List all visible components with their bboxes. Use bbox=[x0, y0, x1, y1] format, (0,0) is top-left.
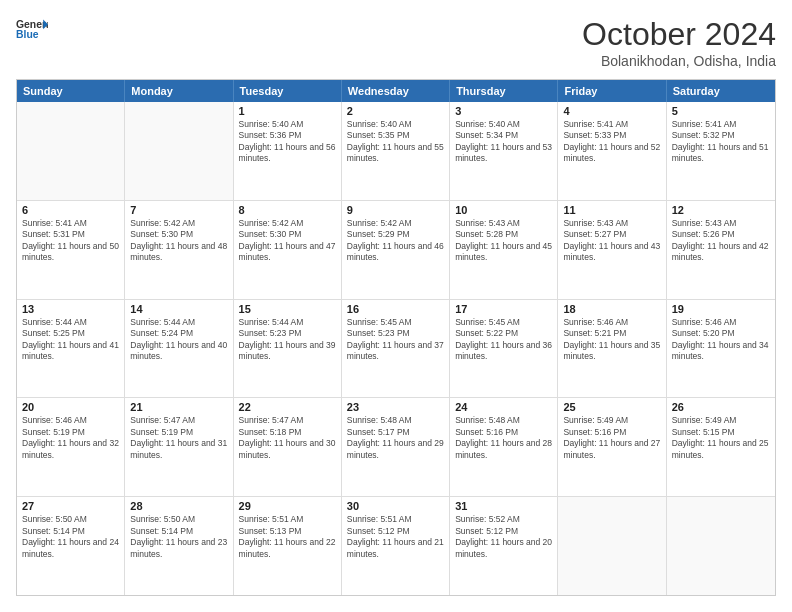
sunset-text: Sunset: 5:16 PM bbox=[563, 427, 660, 438]
daylight-text: Daylight: 11 hours and 50 minutes. bbox=[22, 241, 119, 264]
header-day-saturday: Saturday bbox=[667, 80, 775, 102]
day-number: 4 bbox=[563, 105, 660, 117]
daylight-text: Daylight: 11 hours and 37 minutes. bbox=[347, 340, 444, 363]
sunrise-text: Sunrise: 5:42 AM bbox=[239, 218, 336, 229]
daylight-text: Daylight: 11 hours and 27 minutes. bbox=[563, 438, 660, 461]
daylight-text: Daylight: 11 hours and 40 minutes. bbox=[130, 340, 227, 363]
calendar-cell: 2Sunrise: 5:40 AMSunset: 5:35 PMDaylight… bbox=[342, 102, 450, 200]
day-number: 22 bbox=[239, 401, 336, 413]
daylight-text: Daylight: 11 hours and 34 minutes. bbox=[672, 340, 770, 363]
sunrise-text: Sunrise: 5:51 AM bbox=[239, 514, 336, 525]
sunset-text: Sunset: 5:28 PM bbox=[455, 229, 552, 240]
calendar-cell: 30Sunrise: 5:51 AMSunset: 5:12 PMDayligh… bbox=[342, 497, 450, 595]
sunset-text: Sunset: 5:33 PM bbox=[563, 130, 660, 141]
day-number: 3 bbox=[455, 105, 552, 117]
calendar-cell: 7Sunrise: 5:42 AMSunset: 5:30 PMDaylight… bbox=[125, 201, 233, 299]
day-number: 6 bbox=[22, 204, 119, 216]
calendar-cell: 27Sunrise: 5:50 AMSunset: 5:14 PMDayligh… bbox=[17, 497, 125, 595]
daylight-text: Daylight: 11 hours and 48 minutes. bbox=[130, 241, 227, 264]
sunrise-text: Sunrise: 5:51 AM bbox=[347, 514, 444, 525]
header-day-tuesday: Tuesday bbox=[234, 80, 342, 102]
calendar-cell: 26Sunrise: 5:49 AMSunset: 5:15 PMDayligh… bbox=[667, 398, 775, 496]
sunrise-text: Sunrise: 5:43 AM bbox=[672, 218, 770, 229]
day-number: 27 bbox=[22, 500, 119, 512]
title-section: October 2024 Bolanikhodan, Odisha, India bbox=[582, 16, 776, 69]
calendar-cell: 23Sunrise: 5:48 AMSunset: 5:17 PMDayligh… bbox=[342, 398, 450, 496]
daylight-text: Daylight: 11 hours and 42 minutes. bbox=[672, 241, 770, 264]
calendar-cell: 8Sunrise: 5:42 AMSunset: 5:30 PMDaylight… bbox=[234, 201, 342, 299]
calendar-cell: 29Sunrise: 5:51 AMSunset: 5:13 PMDayligh… bbox=[234, 497, 342, 595]
calendar-cell: 9Sunrise: 5:42 AMSunset: 5:29 PMDaylight… bbox=[342, 201, 450, 299]
sunset-text: Sunset: 5:22 PM bbox=[455, 328, 552, 339]
sunset-text: Sunset: 5:13 PM bbox=[239, 526, 336, 537]
daylight-text: Daylight: 11 hours and 46 minutes. bbox=[347, 241, 444, 264]
sunset-text: Sunset: 5:32 PM bbox=[672, 130, 770, 141]
sunset-text: Sunset: 5:34 PM bbox=[455, 130, 552, 141]
daylight-text: Daylight: 11 hours and 51 minutes. bbox=[672, 142, 770, 165]
sunrise-text: Sunrise: 5:48 AM bbox=[455, 415, 552, 426]
calendar-cell: 25Sunrise: 5:49 AMSunset: 5:16 PMDayligh… bbox=[558, 398, 666, 496]
calendar-row-5: 27Sunrise: 5:50 AMSunset: 5:14 PMDayligh… bbox=[17, 497, 775, 595]
calendar-cell: 21Sunrise: 5:47 AMSunset: 5:19 PMDayligh… bbox=[125, 398, 233, 496]
sunrise-text: Sunrise: 5:46 AM bbox=[672, 317, 770, 328]
sunrise-text: Sunrise: 5:45 AM bbox=[455, 317, 552, 328]
calendar-cell: 20Sunrise: 5:46 AMSunset: 5:19 PMDayligh… bbox=[17, 398, 125, 496]
day-number: 12 bbox=[672, 204, 770, 216]
sunrise-text: Sunrise: 5:44 AM bbox=[130, 317, 227, 328]
calendar-cell bbox=[558, 497, 666, 595]
daylight-text: Daylight: 11 hours and 36 minutes. bbox=[455, 340, 552, 363]
header-day-thursday: Thursday bbox=[450, 80, 558, 102]
sunset-text: Sunset: 5:19 PM bbox=[22, 427, 119, 438]
calendar-cell: 1Sunrise: 5:40 AMSunset: 5:36 PMDaylight… bbox=[234, 102, 342, 200]
calendar-cell bbox=[667, 497, 775, 595]
sunrise-text: Sunrise: 5:48 AM bbox=[347, 415, 444, 426]
day-number: 2 bbox=[347, 105, 444, 117]
calendar-cell: 16Sunrise: 5:45 AMSunset: 5:23 PMDayligh… bbox=[342, 300, 450, 398]
sunrise-text: Sunrise: 5:45 AM bbox=[347, 317, 444, 328]
sunset-text: Sunset: 5:16 PM bbox=[455, 427, 552, 438]
sunrise-text: Sunrise: 5:42 AM bbox=[130, 218, 227, 229]
calendar: SundayMondayTuesdayWednesdayThursdayFrid… bbox=[16, 79, 776, 596]
daylight-text: Daylight: 11 hours and 41 minutes. bbox=[22, 340, 119, 363]
logo: General Blue bbox=[16, 16, 48, 44]
day-number: 28 bbox=[130, 500, 227, 512]
daylight-text: Daylight: 11 hours and 29 minutes. bbox=[347, 438, 444, 461]
sunrise-text: Sunrise: 5:40 AM bbox=[239, 119, 336, 130]
calendar-cell: 22Sunrise: 5:47 AMSunset: 5:18 PMDayligh… bbox=[234, 398, 342, 496]
sunrise-text: Sunrise: 5:41 AM bbox=[22, 218, 119, 229]
daylight-text: Daylight: 11 hours and 20 minutes. bbox=[455, 537, 552, 560]
calendar-row-3: 13Sunrise: 5:44 AMSunset: 5:25 PMDayligh… bbox=[17, 300, 775, 399]
sunset-text: Sunset: 5:14 PM bbox=[130, 526, 227, 537]
sunrise-text: Sunrise: 5:43 AM bbox=[455, 218, 552, 229]
calendar-cell: 18Sunrise: 5:46 AMSunset: 5:21 PMDayligh… bbox=[558, 300, 666, 398]
calendar-cell: 17Sunrise: 5:45 AMSunset: 5:22 PMDayligh… bbox=[450, 300, 558, 398]
sunset-text: Sunset: 5:14 PM bbox=[22, 526, 119, 537]
daylight-text: Daylight: 11 hours and 32 minutes. bbox=[22, 438, 119, 461]
calendar-cell: 11Sunrise: 5:43 AMSunset: 5:27 PMDayligh… bbox=[558, 201, 666, 299]
svg-text:Blue: Blue bbox=[16, 29, 39, 40]
sunset-text: Sunset: 5:19 PM bbox=[130, 427, 227, 438]
calendar-cell: 15Sunrise: 5:44 AMSunset: 5:23 PMDayligh… bbox=[234, 300, 342, 398]
sunrise-text: Sunrise: 5:50 AM bbox=[130, 514, 227, 525]
day-number: 17 bbox=[455, 303, 552, 315]
daylight-text: Daylight: 11 hours and 43 minutes. bbox=[563, 241, 660, 264]
daylight-text: Daylight: 11 hours and 52 minutes. bbox=[563, 142, 660, 165]
day-number: 10 bbox=[455, 204, 552, 216]
sunrise-text: Sunrise: 5:49 AM bbox=[563, 415, 660, 426]
sunset-text: Sunset: 5:18 PM bbox=[239, 427, 336, 438]
header-day-monday: Monday bbox=[125, 80, 233, 102]
daylight-text: Daylight: 11 hours and 22 minutes. bbox=[239, 537, 336, 560]
sunset-text: Sunset: 5:12 PM bbox=[455, 526, 552, 537]
sunrise-text: Sunrise: 5:49 AM bbox=[672, 415, 770, 426]
sunset-text: Sunset: 5:20 PM bbox=[672, 328, 770, 339]
sunset-text: Sunset: 5:23 PM bbox=[347, 328, 444, 339]
sunrise-text: Sunrise: 5:46 AM bbox=[22, 415, 119, 426]
calendar-cell: 14Sunrise: 5:44 AMSunset: 5:24 PMDayligh… bbox=[125, 300, 233, 398]
calendar-cell bbox=[17, 102, 125, 200]
calendar-row-2: 6Sunrise: 5:41 AMSunset: 5:31 PMDaylight… bbox=[17, 201, 775, 300]
day-number: 25 bbox=[563, 401, 660, 413]
header: General Blue October 2024 Bolanikhodan, … bbox=[16, 16, 776, 69]
calendar-header: SundayMondayTuesdayWednesdayThursdayFrid… bbox=[17, 80, 775, 102]
day-number: 29 bbox=[239, 500, 336, 512]
daylight-text: Daylight: 11 hours and 23 minutes. bbox=[130, 537, 227, 560]
